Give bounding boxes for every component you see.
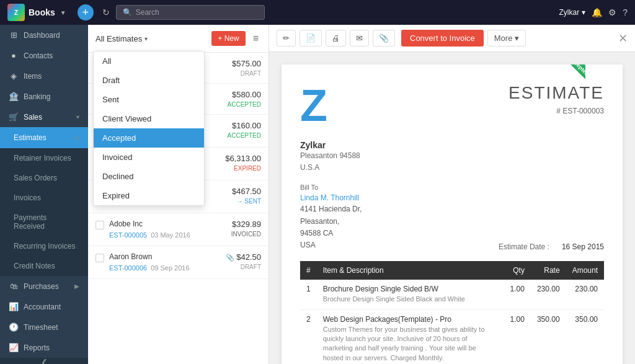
search-input[interactable] <box>136 8 258 17</box>
dropdown-item-invoiced[interactable]: Invoiced <box>94 148 204 167</box>
sidebar-label-credit-notes: Credit Notes <box>14 262 55 270</box>
close-button[interactable]: ✕ <box>618 32 628 45</box>
sidebar-item-dashboard[interactable]: ⊞ Dashboard <box>0 25 88 45</box>
more-button[interactable]: More ▾ <box>487 30 526 47</box>
dashboard-icon: ⊞ <box>9 30 19 40</box>
row-name: Aaron Brown <box>109 252 221 261</box>
item-qty: 1.00 <box>504 280 531 309</box>
row-id: EST-000006 <box>109 264 147 272</box>
reports-icon: 📈 <box>9 343 19 352</box>
app-name: Books <box>29 7 55 17</box>
dropdown-item-declined[interactable]: Declined <box>94 167 204 186</box>
list-item[interactable]: Adobe Inc EST-00000503 May 2016 $329.89 … <box>88 213 269 246</box>
sidebar-item-purchases[interactable]: 🛍 Purchases ▶ <box>0 276 88 296</box>
col-rate: Rate <box>531 261 566 280</box>
sidebar-item-payments-received[interactable]: Payments Received <box>0 208 88 236</box>
filter-dropdown-button[interactable]: All Estimates ▾ <box>95 34 148 43</box>
list-item[interactable]: Aaron Brown EST-00000609 Sep 2016 📎 $42.… <box>88 246 269 279</box>
add-button[interactable]: + <box>78 4 94 20</box>
refresh-icon[interactable]: ↻ <box>102 7 110 17</box>
search-bar[interactable]: 🔍 <box>116 5 265 20</box>
estimate-document: Accepted Z ESTIMATE # EST-000003 Zylkar … <box>282 64 623 364</box>
sidebar-label-sales: Sales <box>24 113 42 122</box>
row-date: 03 May 2016 <box>151 231 190 239</box>
notification-icon[interactable]: 🔔 <box>592 7 602 17</box>
estimate-date-value: 16 Sep 2015 <box>562 242 604 251</box>
print-icon: 🖨 <box>332 33 340 43</box>
dropdown-item-accepted[interactable]: Accepted <box>94 128 204 148</box>
item-description: Brochure Design Single Sided B/W Brochur… <box>317 280 504 309</box>
collapse-icon: ❮ <box>41 358 48 364</box>
row-checkbox[interactable] <box>95 254 104 262</box>
row-date: 09 Sep 2016 <box>151 264 189 272</box>
sidebar: ⊞ Dashboard ● Contacts ◈ Items 🏦 Banking… <box>0 25 88 364</box>
app-caret[interactable]: ▼ <box>60 9 66 16</box>
user-menu[interactable]: Zylkar ▾ <box>559 8 586 17</box>
email-button[interactable]: ✉ <box>350 30 369 47</box>
row-amount: $580.00 <box>228 90 261 99</box>
user-name: Zylkar <box>559 8 580 17</box>
row-status: INVOICED <box>231 231 261 237</box>
sidebar-item-timesheet[interactable]: 🕐 Timesheet <box>0 317 88 337</box>
dropdown-item-all[interactable]: All <box>94 51 204 71</box>
row-status: DRAFT <box>226 264 261 270</box>
sidebar-label-dashboard: Dashboard <box>24 31 60 40</box>
sales-icon: 🛒 <box>9 112 19 122</box>
sidebar-item-sales[interactable]: 🛒 Sales ▾ <box>0 107 88 127</box>
sidebar-label-purchases: Purchases <box>24 282 59 291</box>
estimates-plus-icon[interactable]: + <box>74 133 79 143</box>
sidebar-item-accountant[interactable]: 📊 Accountant <box>0 296 88 317</box>
sidebar-item-sales-orders[interactable]: Sales Orders <box>0 168 88 188</box>
sidebar-item-items[interactable]: ◈ Items <box>0 66 88 86</box>
attachment-icon: 📎 <box>226 254 234 261</box>
edit-button[interactable]: ✏ <box>277 30 296 47</box>
dropdown-item-expired[interactable]: Expired <box>94 186 204 205</box>
convert-to-invoice-button[interactable]: Convert to Invoice <box>401 30 484 47</box>
sales-submenu: Estimates + Retainer Invoices Sales Orde… <box>0 127 88 276</box>
app-logo: Z Books ▼ <box>7 4 66 21</box>
row-checkbox[interactable] <box>95 221 104 229</box>
topbar-right: Zylkar ▾ 🔔 ⚙ ? <box>559 7 628 17</box>
timesheet-icon: 🕐 <box>9 322 19 332</box>
row-right: $329.89 INVOICED <box>231 220 261 237</box>
dropdown-item-client-viewed[interactable]: Client Viewed <box>94 109 204 128</box>
filter-dropdown: All Draft Sent Client Viewed Accepted In… <box>93 51 205 206</box>
print-button[interactable]: 🖨 <box>326 30 346 47</box>
row-info: Aaron Brown EST-00000609 Sep 2016 <box>109 252 221 272</box>
row-right: 📎 $42.50 DRAFT <box>226 252 261 270</box>
dropdown-item-sent[interactable]: Sent <box>94 90 204 109</box>
from-company: Zylkar <box>300 140 604 150</box>
estimate-date-label: Estimate Date : <box>499 242 549 251</box>
item-amount: 230.00 <box>566 280 604 309</box>
line-item-row: 2 Web Design Packages(Template) - Pro Cu… <box>300 309 604 364</box>
sidebar-label-accountant: Accountant <box>24 303 61 311</box>
attach-button[interactable]: 📎 <box>373 30 395 47</box>
sidebar-collapse-button[interactable]: ❮ <box>0 358 88 364</box>
edit-icon: ✏ <box>283 33 290 43</box>
sidebar-item-reports[interactable]: 📈 Reports <box>0 337 88 358</box>
pdf-button[interactable]: 📄 <box>300 30 322 47</box>
bill-to-block: Bill To Linda M. Thornhill 4141 Hacienda… <box>300 184 362 251</box>
item-num: 2 <box>300 309 317 364</box>
row-right: $6,313.00 EXPIRED <box>225 154 261 172</box>
settings-icon[interactable]: ⚙ <box>608 7 616 17</box>
sidebar-label-sales-orders: Sales Orders <box>14 174 57 182</box>
col-num: # <box>300 261 317 280</box>
item-rate: 350.00 <box>531 309 566 364</box>
new-estimate-button[interactable]: + New <box>211 31 245 46</box>
sidebar-item-recurring-invoices[interactable]: Recurring Invoices <box>0 236 88 256</box>
dropdown-item-draft[interactable]: Draft <box>94 71 204 90</box>
row-amount: $6,313.00 <box>225 154 261 163</box>
sidebar-item-contacts[interactable]: ● Contacts <box>0 45 88 66</box>
sidebar-item-credit-notes[interactable]: Credit Notes <box>0 256 88 276</box>
sidebar-item-banking[interactable]: 🏦 Banking <box>0 86 88 107</box>
sidebar-item-retainer-invoices[interactable]: Retainer Invoices <box>0 148 88 168</box>
col-amount: Amount <box>566 261 604 280</box>
help-icon[interactable]: ? <box>623 7 628 17</box>
filter-caret-icon: ▾ <box>144 35 148 42</box>
list-options-button[interactable]: ≡ <box>251 33 261 44</box>
sidebar-label-timesheet: Timesheet <box>24 323 58 332</box>
sidebar-item-invoices[interactable]: Invoices <box>0 188 88 208</box>
row-right: $160.00 ACCEPTED <box>228 121 261 139</box>
sidebar-item-estimates[interactable]: Estimates + <box>0 127 88 148</box>
